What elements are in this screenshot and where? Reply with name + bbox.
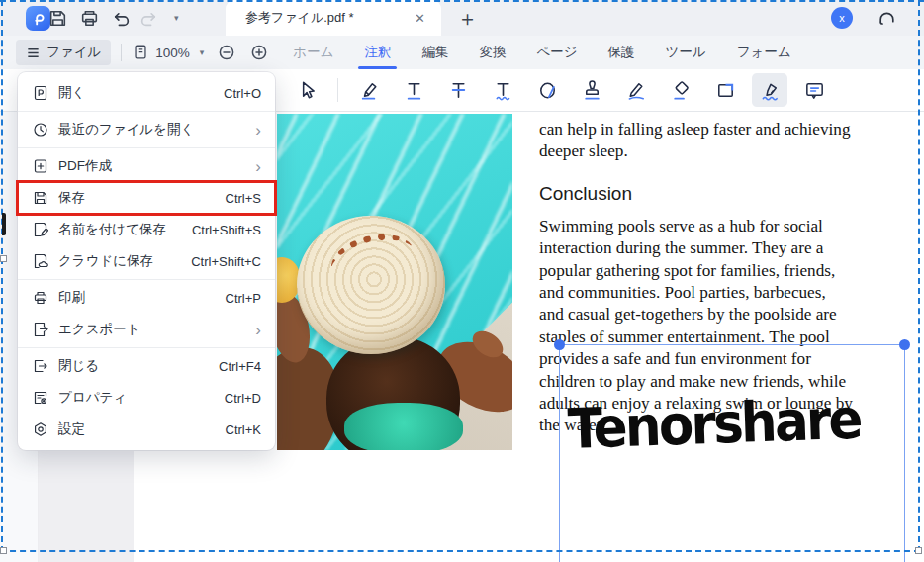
divider: [337, 78, 338, 102]
submenu-chevron-icon: ›: [255, 122, 261, 139]
eraser-icon: [670, 79, 693, 102]
strikethrough-tool-button[interactable]: [440, 73, 476, 107]
text-line: popular gathering spot for families, fri…: [539, 260, 915, 282]
highlighter-icon: [358, 79, 381, 102]
zoom-caret-icon[interactable]: ▾: [200, 47, 205, 57]
create-pdf-icon: [33, 158, 48, 174]
comment-tool-button[interactable]: [796, 73, 832, 107]
properties-icon: [33, 390, 48, 406]
text-line: can help in falling asleep faster and ac…: [539, 119, 915, 140]
avatar[interactable]: x: [831, 7, 853, 29]
submenu-chevron-icon: ›: [255, 158, 261, 175]
close-file-icon: [33, 358, 48, 374]
save-highlight-box: [16, 180, 277, 216]
tab-edit[interactable]: 編集: [419, 37, 450, 68]
toolbar-secondary: ファイル 100% ▾ ホーム 注釈 編集 変換 ページ 保護 ツール: [0, 36, 924, 69]
straw-hat: [297, 216, 445, 354]
redo-icon[interactable]: [139, 8, 159, 29]
settings-icon: [33, 422, 48, 437]
oval-tool-button[interactable]: [529, 73, 565, 107]
menu-item-create-pdf[interactable]: PDF作成 ›: [18, 150, 275, 182]
tab-close-icon[interactable]: ✕: [411, 9, 429, 28]
signature-tool-button[interactable]: [752, 73, 787, 107]
squiggly-underline-icon: [492, 79, 514, 102]
zoom-level[interactable]: 100%: [155, 46, 190, 60]
tab-home[interactable]: ホーム: [291, 37, 335, 68]
pool-photo: [277, 114, 512, 450]
select-tool-button[interactable]: [289, 73, 324, 107]
menu-divider: [18, 347, 275, 348]
rectangle-icon: [714, 79, 737, 102]
text-line: and casual get-togethers by the poolside…: [539, 304, 915, 326]
menu-item-settings[interactable]: 設定 Ctrl+K: [18, 414, 275, 445]
oval-icon: [536, 79, 559, 102]
menu-item-print[interactable]: 印刷 Ctrl+P: [18, 282, 275, 314]
section-heading: Conclusion: [539, 181, 915, 207]
history-caret-icon[interactable]: ▾: [174, 13, 179, 23]
support-icon[interactable]: [877, 7, 897, 28]
eraser-tool-button[interactable]: [663, 73, 698, 107]
panel-toggle-handle[interactable]: [2, 213, 6, 235]
title-bar: ▾ 参考ファイル.pdf * ✕ ＋ x: [0, 0, 924, 36]
capture-handle[interactable]: [0, 547, 7, 554]
squiggly-tool-button[interactable]: [485, 73, 520, 107]
file-dropdown-menu: 開く Ctrl+O 最近のファイルを開く › PDF作成 ›: [18, 72, 275, 450]
strikethrough-icon: [447, 79, 470, 102]
new-tab-button[interactable]: ＋: [451, 3, 484, 35]
print-quick-icon[interactable]: [79, 8, 100, 29]
menu-item-save-as[interactable]: 名前を付けて保存 Ctrl+Shift+S: [18, 214, 275, 245]
tab-tools[interactable]: ツール: [664, 37, 708, 68]
comment-icon: [803, 79, 826, 102]
menu-item-open-recent[interactable]: 最近のファイルを開く ›: [18, 114, 275, 145]
clock-icon: [33, 122, 48, 138]
app-logo-icon: [30, 10, 47, 28]
app-window: ▾ 参考ファイル.pdf * ✕ ＋ x ファイル 100%: [0, 0, 924, 562]
pencil-icon: [625, 79, 648, 102]
print-icon: [33, 290, 48, 306]
undo-icon[interactable]: [111, 8, 132, 29]
menu-item-open[interactable]: 開く Ctrl+O: [18, 77, 275, 109]
menu-item-export[interactable]: エクスポート ›: [18, 314, 275, 345]
selection-handle-top-left[interactable]: [554, 339, 565, 350]
zoom-out-icon[interactable]: [217, 43, 236, 62]
tab-protect[interactable]: 保護: [606, 37, 637, 68]
menu-item-close[interactable]: 閉じる Ctrl+F4: [18, 350, 275, 382]
rectangle-tool-button[interactable]: [707, 73, 743, 107]
menu-divider: [18, 111, 275, 112]
signature-annotation[interactable]: Tenorshare: [567, 386, 879, 486]
menu-divider: [18, 147, 275, 148]
text-line: deeper sleep.: [539, 140, 915, 162]
tab-page[interactable]: ページ: [534, 37, 579, 68]
text-line: interaction during the summer. They are …: [539, 237, 915, 259]
bikini: [344, 403, 463, 450]
pencil-tool-button[interactable]: [618, 73, 654, 107]
selection-handle-top-right[interactable]: [899, 339, 910, 350]
tab-comment[interactable]: 注釈: [362, 37, 393, 68]
underline-tool-button[interactable]: [396, 73, 431, 107]
divider: [121, 44, 122, 61]
document-tab[interactable]: 参考ファイル.pdf * ✕: [226, 0, 441, 36]
zoom-in-icon[interactable]: [249, 43, 269, 62]
tab-convert[interactable]: 変換: [477, 37, 508, 68]
hamburger-icon: [26, 46, 41, 60]
open-icon: [33, 85, 48, 101]
menu-item-save-to-cloud[interactable]: クラウドに保存 Ctrl+Shift+C: [18, 245, 275, 277]
signature-pen-icon: [759, 79, 782, 102]
save-quick-icon[interactable]: [47, 8, 68, 29]
page-display-icon[interactable]: [132, 44, 149, 61]
underline-icon: [403, 79, 425, 102]
export-icon: [33, 322, 48, 337]
file-menu-button[interactable]: ファイル: [16, 40, 111, 65]
stamp-tool-button[interactable]: [574, 73, 609, 107]
capture-handle[interactable]: [0, 255, 7, 262]
menu-item-properties[interactable]: プロパティ Ctrl+D: [18, 382, 275, 414]
stamp-icon: [581, 79, 603, 102]
menu-divider: [18, 279, 275, 280]
highlight-tool-button[interactable]: [351, 73, 387, 107]
capture-handle[interactable]: [915, 547, 922, 554]
ribbon-tabs: ホーム 注釈 編集 変換 ページ 保護 ツール フォーム: [291, 37, 792, 68]
file-menu-label: ファイル: [46, 44, 101, 61]
tab-form[interactable]: フォーム: [735, 37, 793, 68]
text-line: Swimming pools serve as a hub for social: [539, 216, 915, 237]
submenu-chevron-icon: ›: [255, 322, 261, 338]
